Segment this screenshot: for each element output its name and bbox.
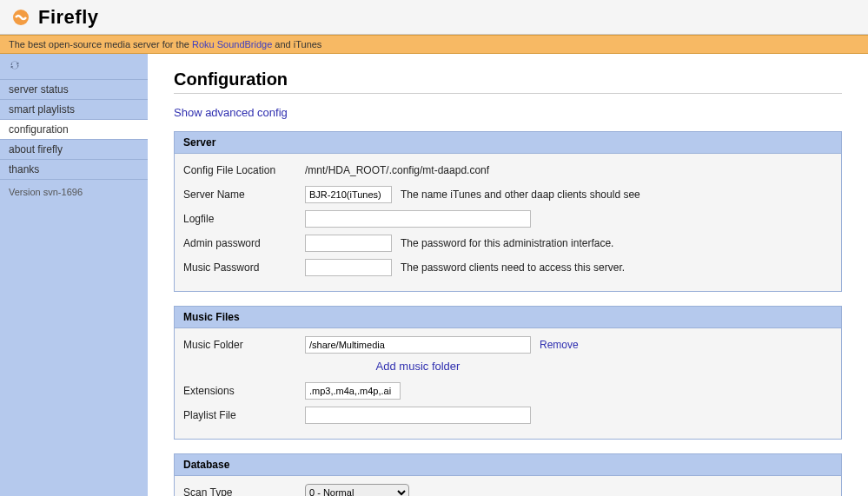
sidebar-item-configuration[interactable]: configuration: [0, 120, 148, 140]
config-file-value: /mnt/HDA_ROOT/.config/mt-daapd.conf: [305, 164, 489, 176]
extensions-input[interactable]: [305, 382, 401, 400]
sidebar-item-thanks[interactable]: thanks: [0, 160, 148, 180]
logfile-input[interactable]: [305, 210, 531, 228]
database-section: Database Scan Type 0 - Normal Rescan Int…: [174, 453, 842, 496]
tagline-bar: The best open-source media server for th…: [0, 35, 868, 54]
scan-type-label: Scan Type: [183, 486, 305, 496]
music-password-label: Music Password: [183, 261, 305, 274]
admin-password-desc: The password for this administration int…: [401, 237, 613, 249]
music-folder-input[interactable]: [305, 336, 531, 354]
extensions-label: Extensions: [183, 385, 305, 397]
firefly-logo-icon: [9, 7, 33, 28]
admin-password-label: Admin password: [183, 237, 305, 249]
server-name-input[interactable]: [305, 186, 392, 203]
refresh-button[interactable]: [0, 54, 148, 80]
version-text: Version svn-1696: [0, 180, 148, 204]
sidebar-item-server-status[interactable]: server status: [0, 80, 148, 100]
scan-type-select[interactable]: 0 - Normal: [305, 484, 409, 496]
server-heading: Server: [175, 132, 841, 154]
admin-password-input[interactable]: [305, 235, 392, 252]
playlist-file-input[interactable]: [305, 407, 531, 424]
music-password-desc: The password clients need to access this…: [401, 261, 625, 274]
config-file-label: Config File Location: [183, 164, 305, 176]
music-password-input[interactable]: [305, 259, 392, 276]
sidebar-item-smart-playlists[interactable]: smart playlists: [0, 100, 148, 120]
playlist-file-label: Playlist File: [183, 409, 305, 421]
server-name-desc: The name iTunes and other daap clients s…: [401, 188, 640, 201]
server-section: Server Config File Location /mnt/HDA_ROO…: [174, 131, 842, 292]
advanced-config-link[interactable]: Show advanced config: [174, 106, 288, 119]
remove-folder-link[interactable]: Remove: [540, 339, 579, 351]
server-name-label: Server Name: [183, 188, 305, 201]
database-heading: Database: [175, 454, 841, 476]
sidebar: server status smart playlists configurat…: [0, 54, 148, 496]
logfile-label: Logfile: [183, 213, 305, 225]
sidebar-item-about-firefly[interactable]: about firefly: [0, 140, 148, 160]
page-title: Configuration: [174, 69, 842, 94]
main-content: Configuration Show advanced config Serve…: [148, 54, 868, 496]
music-files-heading: Music Files: [175, 307, 841, 328]
tagline-post: and iTunes: [272, 39, 321, 50]
roku-link[interactable]: Roku SoundBridge: [192, 39, 272, 50]
logo-text: Firefly: [38, 6, 99, 29]
tagline-pre: The best open-source media server for th…: [9, 39, 192, 50]
music-files-section: Music Files Music Folder Remove Add musi…: [174, 306, 842, 440]
app-header: Firefly: [0, 0, 868, 35]
add-music-folder-link[interactable]: Add music folder: [305, 360, 531, 373]
music-folder-label: Music Folder: [183, 339, 305, 351]
